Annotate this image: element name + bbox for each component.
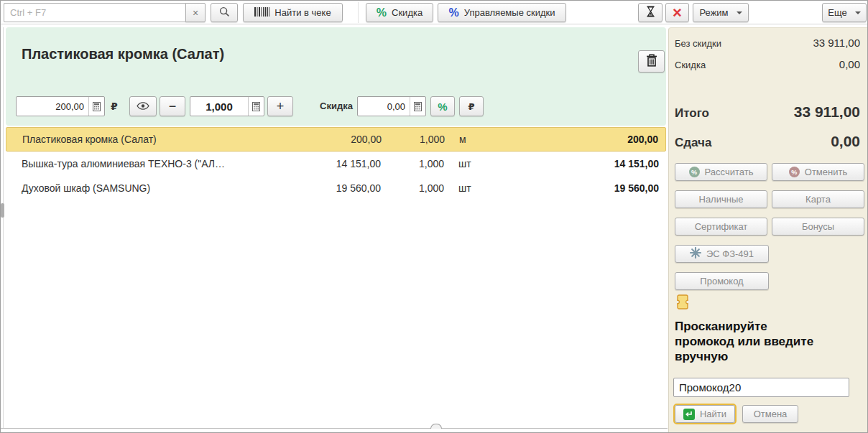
total-label: Итого xyxy=(675,106,709,121)
discount-button[interactable]: % Скидка xyxy=(366,3,433,22)
discount-button-label: Скидка xyxy=(392,7,423,18)
delete-item-button[interactable] xyxy=(638,50,665,73)
eye-button[interactable] xyxy=(129,96,157,116)
calculator-icon[interactable] xyxy=(248,97,264,116)
item-price-cell: 19 560,00 xyxy=(300,182,381,194)
quantity-increase-button[interactable]: + xyxy=(267,96,293,116)
ticket-icon xyxy=(677,294,688,312)
total-row: Итого 33 911,00 xyxy=(675,103,860,121)
item-total-cell: 19 560,00 xyxy=(489,182,666,194)
price-input[interactable] xyxy=(17,97,88,116)
item-unit-cell: шт xyxy=(444,158,489,169)
percent-blue-icon: % xyxy=(449,7,459,19)
more-label: Еще xyxy=(828,7,846,18)
calculate-discounts-button[interactable]: % Рассчитать xyxy=(675,163,767,181)
mode-label: Режим xyxy=(699,7,728,18)
card-button[interactable]: Карта xyxy=(772,190,864,208)
quantity-decrease-button[interactable]: − xyxy=(160,96,185,116)
summary-discount-value: 0,00 xyxy=(839,58,860,70)
receipt-items-table: Пластиковая кромка (Салат) 200,00 1,000 … xyxy=(6,127,666,428)
hourglass-button[interactable] xyxy=(638,3,662,22)
mode-menu-button[interactable]: Режим xyxy=(693,3,749,22)
calculator-icon[interactable] xyxy=(410,97,425,116)
no-discount-label: Без скидки xyxy=(675,38,721,49)
calculate-label: Рассчитать xyxy=(705,167,754,177)
payment-panel: Без скидки 33 911,00 Скидка 0,00 Итого 3… xyxy=(668,27,868,433)
price-currency-label: ₽ xyxy=(111,96,118,116)
cancel-discounts-button[interactable]: % Отменить xyxy=(772,163,864,181)
change-row: Сдача 0,00 xyxy=(675,133,860,150)
summary-discount-label: Скидка xyxy=(675,60,706,70)
close-receipt-button[interactable]: × xyxy=(665,3,689,22)
snowflake-icon xyxy=(690,247,701,261)
left-splitter-grip[interactable] xyxy=(1,203,4,218)
es-fz491-button[interactable]: ЭС ФЗ-491 xyxy=(675,245,769,263)
discount-ruble-button[interactable]: ₽ xyxy=(459,96,484,116)
hourglass-icon xyxy=(646,6,655,19)
es-fz491-label: ЭС ФЗ-491 xyxy=(706,248,754,259)
change-label: Сдача xyxy=(675,136,711,150)
left-splitter[interactable] xyxy=(3,27,4,428)
find-in-receipt-button[interactable]: Найти в чеке xyxy=(243,3,343,22)
find-in-receipt-label: Найти в чеке xyxy=(274,7,331,18)
clear-search-button[interactable]: × xyxy=(185,3,206,22)
item-unit-cell: шт xyxy=(444,182,489,194)
calculator-icon[interactable] xyxy=(88,97,104,116)
percent-circle-red-icon: % xyxy=(789,167,800,177)
item-qty-cell: 1,000 xyxy=(382,134,445,145)
certificate-button[interactable]: Сертификат xyxy=(675,218,767,236)
percent-circle-green-icon: % xyxy=(689,167,700,177)
chevron-down-icon xyxy=(737,11,742,14)
item-name-cell: Духовой шкаф (SAMSUNG) xyxy=(6,182,300,194)
no-discount-value: 33 911,00 xyxy=(813,37,860,49)
item-discount-input[interactable] xyxy=(358,97,410,116)
percent-green-icon: % xyxy=(438,101,447,112)
item-controls: ₽ − + Скидка % xyxy=(6,96,666,118)
percent-green-icon: % xyxy=(377,7,387,19)
item-qty-cell: 1,000 xyxy=(381,158,444,169)
item-total-cell: 14 151,00 xyxy=(489,158,666,169)
price-field xyxy=(16,96,105,116)
change-value: 0,00 xyxy=(831,133,860,150)
bottom-splitter-grip[interactable] xyxy=(430,424,442,429)
enter-arrow-icon xyxy=(683,409,695,420)
promo-cancel-button[interactable]: Отмена xyxy=(742,405,798,423)
promo-code-input[interactable] xyxy=(673,378,849,397)
current-item-panel: Пластиковая кромка (Салат) ₽ − xyxy=(6,27,666,126)
search-input[interactable] xyxy=(4,3,185,22)
item-total-cell: 200,00 xyxy=(489,134,665,145)
cash-button[interactable]: Наличные xyxy=(675,190,767,208)
bottom-splitter[interactable] xyxy=(1,428,668,429)
pos-window: × Найти в чеке % Скидка % Управляемые ск… xyxy=(0,0,868,433)
item-discount-field xyxy=(357,96,426,116)
cancel-discounts-label: Отменить xyxy=(805,167,847,177)
current-item-title: Пластиковая кромка (Салат) xyxy=(22,46,224,62)
no-discount-row: Без скидки 33 911,00 xyxy=(675,37,860,49)
chevron-down-icon xyxy=(855,11,861,14)
promo-hint-text: Просканируйте промокод или введите вручн… xyxy=(675,319,829,364)
quantity-field xyxy=(190,96,264,116)
discount-percent-button[interactable]: % xyxy=(430,96,455,116)
managed-discounts-button[interactable]: % Управляемые скидки xyxy=(438,3,566,22)
barcode-icon xyxy=(254,7,269,19)
item-name-cell: Вышка-тура алюминиевая ТЕХНО-3 ("АЛ… xyxy=(6,158,300,169)
item-price-cell: 200,00 xyxy=(301,134,382,145)
item-price-cell: 14 151,00 xyxy=(300,158,381,169)
bonuses-button[interactable]: Бонусы xyxy=(772,218,864,236)
eye-icon xyxy=(137,101,149,112)
quantity-input[interactable] xyxy=(190,97,248,116)
item-unit-cell: м xyxy=(445,134,489,145)
table-row[interactable]: Пластиковая кромка (Салат) 200,00 1,000 … xyxy=(6,127,666,152)
promocode-button[interactable]: Промокод xyxy=(675,272,769,290)
promo-find-button[interactable]: Найти xyxy=(675,405,735,423)
promo-find-label: Найти xyxy=(700,409,726,419)
search-group: × xyxy=(4,3,206,22)
total-value: 33 911,00 xyxy=(794,103,860,121)
table-row[interactable]: Духовой шкаф (SAMSUNG) 19 560,00 1,000 ш… xyxy=(6,176,666,200)
trash-icon xyxy=(646,54,657,69)
search-button[interactable] xyxy=(211,3,238,22)
more-menu-button[interactable]: Еще xyxy=(822,3,867,22)
table-row[interactable]: Вышка-тура алюминиевая ТЕХНО-3 ("АЛ… 14 … xyxy=(6,152,666,176)
top-toolbar: × Найти в чеке % Скидка % Управляемые ск… xyxy=(1,1,867,24)
item-discount-label: Скидка xyxy=(320,96,353,116)
